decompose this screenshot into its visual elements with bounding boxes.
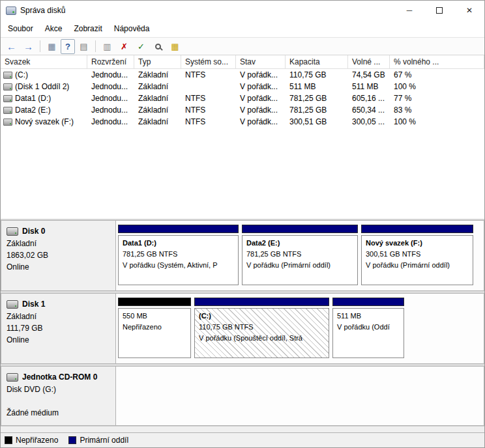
menu-akce[interactable]: Akce (39, 21, 68, 36)
cell: 67 % (390, 70, 484, 79)
cell: 110,75 GB (286, 70, 348, 79)
cell: 511 MB (348, 82, 390, 91)
disk0-row: Disk 0 Základní 1863,02 GB Online Data1 … (1, 220, 484, 293)
attributes-button[interactable]: ▦ (167, 39, 183, 54)
cell: 77 % (390, 94, 484, 103)
volume-icon (3, 83, 12, 91)
help-button[interactable]: ? (61, 39, 75, 54)
header-system-souboru[interactable]: Systém so... (181, 55, 236, 68)
cell: 83 % (390, 105, 484, 115)
cell: 650,34 ... (348, 105, 390, 115)
primary-partition-swatch (68, 436, 76, 444)
header-volne[interactable]: Volné ... (348, 55, 390, 68)
window-title: Správa disků (20, 6, 65, 15)
maximize-icon (436, 7, 443, 14)
show-action-pane-button[interactable]: ▥ (99, 39, 115, 54)
export-list-button[interactable]: ▤ (76, 39, 92, 54)
cell: 100 % (390, 117, 484, 126)
disk1-row: Disk 1 Základní 111,79 GB Online 550 MB … (1, 293, 484, 366)
cell: Základní (134, 105, 181, 115)
disk-name: Disk 0 (22, 225, 45, 237)
partition-data1[interactable]: Data1 (D:) 781,25 GB NTFS V pořádku (Sys… (118, 225, 239, 285)
explore-button[interactable] (150, 39, 166, 54)
cell: NTFS (181, 117, 236, 126)
legend-label: Nepřiřazeno (16, 436, 58, 445)
cell: Jednodu... (87, 105, 134, 115)
menu-soubor[interactable]: Soubor (2, 21, 39, 36)
menu-napoveda[interactable]: Nápověda (108, 21, 156, 36)
toolbar-separator (95, 40, 96, 52)
partition-size: 110,75 GB NTFS (199, 322, 325, 333)
volume-name: Nový svazek (F:) (15, 117, 74, 126)
disk1-partitions: 550 MB Nepřiřazeno (C:) 110,75 GB NTFS V… (116, 293, 484, 364)
partition-status: V pořádku (Primární oddíl) (246, 260, 353, 271)
volume-row-disk1-oddil2[interactable]: (Disk 1 Oddíl 2) Jednodu... Základní V p… (1, 81, 484, 92)
show-console-tree-button[interactable]: ▦ (44, 39, 60, 54)
partition-status: V pořádku (Systém, Aktivní, P (123, 260, 234, 271)
disk0-panel[interactable]: Disk 0 Základní 1863,02 GB Online (1, 220, 116, 291)
partition-color-bar (118, 298, 191, 306)
partition-unallocated[interactable]: 550 MB Nepřiřazeno (118, 298, 191, 358)
partition-c[interactable]: (C:) 110,75 GB NTFS V pořádku (Spouštěcí… (194, 298, 329, 358)
disk-type: Základní (7, 311, 110, 322)
partition-color-bar (332, 298, 404, 306)
cell-volume: Data2 (E:) (1, 105, 87, 115)
cell: V pořádk... (236, 82, 286, 91)
cdrom-icon (7, 373, 18, 382)
partition-body: (C:) 110,75 GB NTFS V pořádku (Spouštěcí… (194, 308, 329, 358)
volume-name: (C:) (15, 70, 28, 79)
partition-title: Data2 (E:) (246, 238, 353, 249)
partition-status: V pořádku (Primární oddíl) (366, 260, 469, 271)
partition-title: Nový svazek (F:) (366, 238, 469, 249)
volume-row-c[interactable]: (C:) Jednodu... Základní NTFS V pořádk..… (1, 69, 484, 81)
cell: Základní (134, 70, 181, 79)
partition-data2[interactable]: Data2 (E:) 781,25 GB NTFS V pořádku (Pri… (242, 225, 358, 285)
cell: 74,54 GB (348, 70, 390, 79)
cell: 511 MB (286, 82, 348, 91)
legend: Nepřiřazeno Primární oddíl (1, 432, 484, 447)
disk-name: Disk 1 (22, 298, 45, 310)
cdrom-partitions (116, 366, 484, 426)
cell: V pořádk... (236, 105, 286, 115)
cdrom-panel[interactable]: Jednotka CD-ROM 0 Disk DVD (G:) Žádné mé… (1, 366, 116, 426)
volume-name: (Disk 1 Oddíl 2) (15, 82, 69, 91)
close-button[interactable]: ✕ (454, 1, 484, 20)
volume-row-data1[interactable]: Data1 (D:) Jednodu... Základní NTFS V po… (1, 92, 484, 104)
volume-row-data2[interactable]: Data2 (E:) Jednodu... Základní NTFS V po… (1, 104, 484, 116)
volume-row-novy-svazek[interactable]: Nový svazek (F:) Jednodu... Základní NTF… (1, 116, 484, 128)
partition-novy-svazek[interactable]: Nový svazek (F:) 300,51 GB NTFS V pořádk… (361, 225, 473, 285)
cell: Jednodu... (87, 94, 134, 103)
partition-511mb[interactable]: 511 MB V pořádku (Oddí (332, 298, 404, 358)
disk-status: Online (7, 261, 110, 273)
delete-volume-button[interactable]: ✗ (116, 39, 132, 54)
minimize-button[interactable]: ─ (394, 1, 424, 20)
unallocated-swatch (5, 436, 12, 444)
cell: Základní (134, 94, 181, 103)
header-typ[interactable]: Typ (134, 55, 181, 68)
partition-body: 511 MB V pořádku (Oddí (332, 308, 404, 358)
partition-color-bar (242, 225, 358, 233)
disk-size: 1863,02 GB (7, 249, 110, 261)
cell: NTFS (181, 105, 236, 115)
disk-icon (7, 300, 18, 309)
partition-body: 550 MB Nepřiřazeno (118, 308, 191, 358)
mark-active-button[interactable]: ✓ (133, 39, 149, 54)
titlebar: Správa disků ─ ✕ (1, 1, 484, 20)
magnifier-icon (155, 44, 161, 49)
maximize-button[interactable] (424, 1, 454, 20)
header-svazek[interactable]: Svazek (1, 55, 87, 68)
menubar: Soubor Akce Zobrazit Nápověda (1, 20, 484, 37)
disk1-panel[interactable]: Disk 1 Základní 111,79 GB Online (1, 293, 116, 364)
header-kapacita[interactable]: Kapacita (286, 55, 348, 68)
back-button[interactable]: ← (3, 39, 20, 54)
volume-icon (3, 107, 12, 114)
header-pct-volneho[interactable]: % volného ... (390, 55, 484, 68)
partition-size: 781,25 GB NTFS (246, 249, 353, 260)
cell: V pořádk... (236, 117, 286, 126)
volume-list-header: Svazek Rozvržení Typ Systém so... Stav K… (1, 55, 484, 69)
forward-button[interactable]: → (20, 39, 37, 54)
menu-zobrazit[interactable]: Zobrazit (68, 21, 108, 36)
header-stav[interactable]: Stav (236, 55, 286, 68)
cell-volume: Data1 (D:) (1, 94, 87, 103)
header-rozvrzeni[interactable]: Rozvržení (87, 55, 134, 68)
